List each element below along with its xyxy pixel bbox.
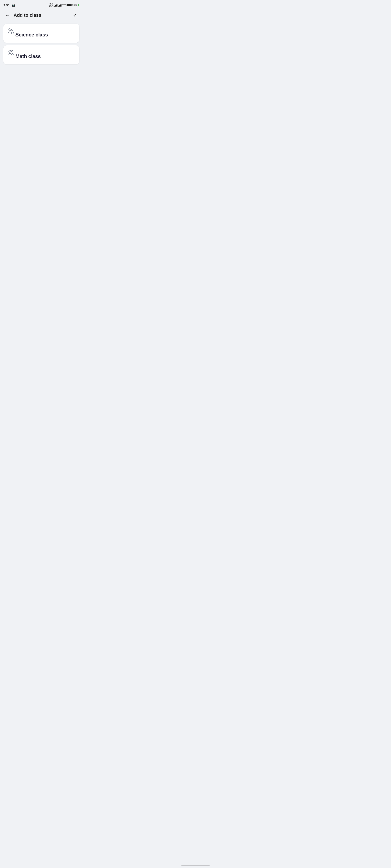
signal-bars-1	[54, 4, 57, 6]
camera-icon: 📷	[11, 3, 15, 7]
network-speed: 45.7 KB/S	[49, 3, 54, 8]
check-icon: ✓	[73, 12, 77, 18]
battery-icon	[67, 4, 72, 6]
battery-container: 90%	[67, 4, 79, 6]
signal-bars-2	[58, 4, 61, 6]
wifi-icon	[62, 3, 66, 7]
people-icon-math	[8, 50, 14, 56]
science-class-card[interactable]: Science class	[3, 24, 79, 43]
battery-percent: 90%	[72, 4, 77, 6]
confirm-button[interactable]: ✓	[71, 11, 79, 20]
svg-point-0	[9, 29, 11, 31]
battery-dot	[78, 4, 79, 6]
status-bar: 9:51 📷 45.7 KB/S	[0, 0, 83, 9]
back-button[interactable]: ←	[3, 11, 12, 20]
science-class-name: Science class	[15, 32, 48, 37]
status-time: 9:51	[3, 3, 10, 7]
svg-point-1	[11, 29, 13, 31]
math-class-card[interactable]: Math class	[3, 45, 79, 64]
top-nav: ← Add to class ✓	[0, 9, 83, 22]
svg-point-3	[11, 51, 13, 52]
status-icons: 45.7 KB/S	[49, 3, 79, 8]
back-arrow-icon: ←	[5, 12, 10, 18]
class-list: Science class Math class	[0, 22, 83, 66]
math-class-name: Math class	[15, 53, 41, 59]
svg-point-2	[9, 50, 11, 52]
page-title: Add to class	[12, 12, 71, 18]
people-icon-science	[8, 28, 14, 34]
